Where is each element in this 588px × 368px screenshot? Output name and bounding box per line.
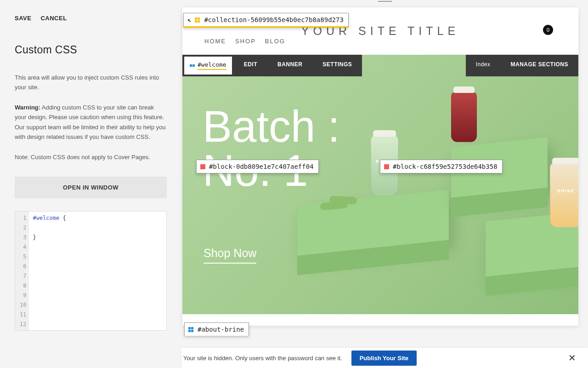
- warning-label: Warning:: [15, 104, 40, 111]
- swatch-icon: [200, 164, 205, 169]
- arrow-icon: ↖: [187, 16, 191, 23]
- pedestal-graphic: [297, 190, 449, 256]
- inspector-chip-block[interactable]: #block-0db809e1e7c407aeff04: [196, 160, 319, 173]
- chip-block2-id: #block-c68f59e52753de64b358: [393, 163, 498, 170]
- preview-pane: ↖ #collection-56099b55e4b0ec7b8a89d273 H…: [181, 0, 588, 368]
- jar-graphic: BRINE: [550, 163, 578, 227]
- panel-actions: SAVE CANCEL: [15, 15, 167, 22]
- banner-button[interactable]: BANNER: [267, 55, 312, 76]
- manage-sections-button[interactable]: MANAGE SECTIONS: [500, 55, 578, 76]
- panel-note: Note: Custom CSS does not apply to Cover…: [15, 152, 167, 162]
- nav-blog[interactable]: BLOG: [265, 38, 285, 45]
- nav-home[interactable]: HOME: [204, 38, 226, 45]
- swatch-icon: [384, 164, 389, 169]
- edit-button[interactable]: EDIT: [234, 55, 267, 76]
- hero-headline-line1: Batch :: [203, 104, 340, 149]
- site-nav: HOME SHOP BLOG: [204, 38, 285, 45]
- panel-title: Custom CSS: [15, 44, 167, 56]
- toolbar-left: #welcome EDIT BANNER SETTINGS: [182, 55, 362, 76]
- inspector-chip-block[interactable]: #block-c68f59e52753de64b358: [380, 160, 503, 173]
- section-toolbar: #welcome EDIT BANNER SETTINGS Index MANA…: [182, 55, 578, 76]
- code-open-brace: {: [59, 215, 66, 221]
- hero-cta-link[interactable]: Shop Now: [204, 247, 256, 264]
- grid-icon: [195, 17, 200, 23]
- code-close-brace: }: [33, 234, 36, 241]
- hero-section: BRINE BRINE Batch : No. 1 Shop Now #bloc…: [182, 55, 578, 314]
- hero-headline: Batch : No. 1: [203, 104, 340, 193]
- veg-graphic: [329, 196, 357, 204]
- site-preview-frame: ↖ #collection-56099b55e4b0ec7b8a89d273 H…: [182, 7, 578, 326]
- css-code-editor[interactable]: 1 2 3 4 5 6 7 8 9 10 11 12 #welcome { }: [15, 211, 167, 331]
- publish-message: Your site is hidden. Only users with the…: [183, 355, 342, 362]
- chip-about-id: #about-brine: [198, 326, 244, 333]
- css-panel: SAVE CANCEL Custom CSS This area will al…: [0, 0, 181, 368]
- close-icon[interactable]: ✕: [568, 352, 576, 363]
- toolbar-right: Index MANAGE SECTIONS: [466, 55, 578, 76]
- panel-intro: This area will allow you to inject custo…: [15, 73, 167, 92]
- chip-collection-id: #collection-56099b55e4b0ec7b8a89d273: [204, 16, 343, 23]
- publish-button[interactable]: Publish Your Site: [351, 351, 417, 366]
- inspector-chip-about[interactable]: #about-brine: [184, 322, 249, 336]
- resize-handle-icon[interactable]: [378, 0, 392, 2]
- open-in-window-button[interactable]: OPEN IN WINDOW: [15, 177, 167, 198]
- panel-warning: Warning: Adding custom CSS to your site …: [15, 103, 167, 142]
- settings-button[interactable]: SETTINGS: [312, 55, 362, 76]
- index-button[interactable]: Index: [466, 55, 501, 76]
- cart-badge[interactable]: 0: [543, 25, 553, 35]
- chip-block1-id: #block-0db809e1e7c407aeff04: [209, 163, 314, 170]
- cancel-button[interactable]: CANCEL: [40, 15, 67, 22]
- publish-bar: Your site is hidden. Only users with the…: [181, 348, 588, 368]
- code-selector: #welcome: [33, 215, 59, 221]
- jar-label: BRINE: [553, 189, 578, 193]
- editor-code-area[interactable]: #welcome { }: [29, 212, 69, 330]
- jar-graphic: [451, 92, 477, 142]
- nav-shop[interactable]: SHOP: [235, 38, 256, 45]
- save-button[interactable]: SAVE: [15, 15, 31, 22]
- section-id-chip[interactable]: #welcome: [183, 56, 233, 75]
- grid-icon: [188, 327, 194, 332]
- grid-icon: [190, 64, 195, 67]
- section-id-label: #welcome: [198, 61, 226, 70]
- editor-gutter: 1 2 3 4 5 6 7 8 9 10 11 12: [15, 212, 29, 330]
- inspector-chip-collection[interactable]: ↖ #collection-56099b55e4b0ec7b8a89d273: [183, 13, 349, 28]
